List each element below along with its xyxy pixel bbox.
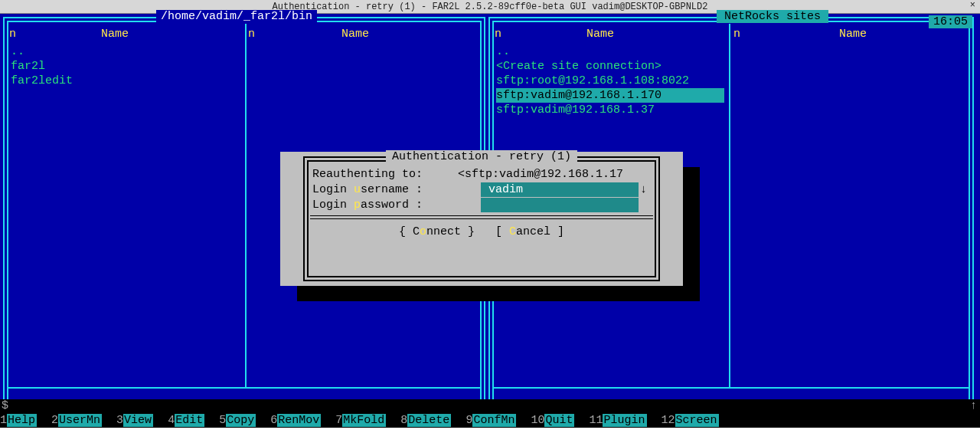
dialog-border: Authentication - retry (1) Reauthenting …: [303, 156, 660, 281]
col-name: Name: [341, 28, 369, 41]
col-n: n: [248, 28, 255, 41]
list-item[interactable]: sftp:vadim@192.168.1.37: [496, 103, 966, 117]
col-name: Name: [839, 28, 867, 41]
f9-confmn[interactable]: 9ConfMn: [466, 414, 516, 428]
f1-help[interactable]: 1Help: [0, 414, 37, 428]
username-label-pre: Login: [312, 183, 354, 196]
function-key-bar: 1Help 2UserMn 3View 4Edit 5Copy 6RenMov …: [0, 414, 980, 428]
left-panel-headers: n Name n Name: [9, 28, 479, 42]
right-panel-title[interactable]: NetRocks sites: [717, 10, 828, 23]
list-item[interactable]: ..: [496, 44, 966, 59]
list-item[interactable]: sftp:root@192.168.1.108:8022: [496, 74, 966, 88]
list-item[interactable]: ..: [11, 44, 478, 59]
password-label-post: assword :: [361, 199, 423, 212]
list-item[interactable]: sftp:vadim@192.168.1.170: [496, 88, 724, 103]
reauth-row: Reauthenting to: <sftp:vadim@192.168.1.1…: [312, 167, 651, 182]
right-file-list[interactable]: .. <Create site connection> sftp:root@19…: [496, 44, 966, 117]
username-input[interactable]: vadim: [481, 182, 639, 197]
f2-usermn[interactable]: 2UserMn: [51, 414, 102, 428]
command-prompt[interactable]: $ ↑: [0, 399, 980, 414]
dialog-separator: [310, 215, 653, 216]
connect-button[interactable]: { Connect }: [399, 225, 475, 238]
window-titlebar: Authentication - retry (1) - FAR2L 2.5.2…: [0, 0, 980, 14]
left-file-list[interactable]: .. far2l far2ledit: [11, 44, 478, 88]
f6-renmov[interactable]: 6RenMov: [270, 414, 321, 428]
col-name: Name: [586, 28, 614, 41]
dialog-buttons: { Connect } [ Cancel ]: [305, 225, 658, 238]
auth-dialog: Authentication - retry (1) Reauthenting …: [280, 152, 683, 286]
f4-edit[interactable]: 4Edit: [168, 414, 204, 428]
col-n: n: [733, 28, 740, 41]
dialog-content: Reauthenting to: <sftp:vadim@192.168.1.1…: [312, 167, 651, 213]
prompt-text: $: [2, 399, 8, 412]
list-item[interactable]: far2l: [11, 59, 478, 74]
password-input[interactable]: [481, 198, 639, 212]
password-row: Login password :: [312, 198, 651, 213]
panel-divider: [8, 387, 481, 389]
reauth-label: Reauthenting to:: [312, 168, 423, 181]
hotkey: p: [354, 199, 361, 212]
f7-mkfold[interactable]: 7MkFold: [335, 414, 386, 428]
scroll-up-icon[interactable]: ↑: [970, 399, 977, 412]
panel-divider: [493, 387, 969, 389]
right-panel-headers: n Name n Name: [495, 28, 968, 42]
f11-plugin[interactable]: 11Plugin: [589, 414, 646, 428]
left-panel-path[interactable]: /home/vadim/_far2l/bin: [156, 10, 317, 23]
clock: 16:05: [929, 15, 972, 28]
username-row: Login username : vadim ↓: [312, 182, 651, 198]
list-item[interactable]: far2ledit: [11, 74, 478, 88]
window-title: Authentication - retry (1) - FAR2L 2.5.2…: [273, 2, 708, 12]
col-name: Name: [101, 28, 129, 41]
col-n: n: [9, 28, 16, 41]
username-label-post: sername :: [361, 183, 423, 196]
f10-quit[interactable]: 10Quit: [531, 414, 574, 428]
f8-delete[interactable]: 8Delete: [400, 414, 451, 428]
cancel-button[interactable]: [ Cancel ]: [495, 225, 564, 238]
hotkey: u: [354, 183, 361, 196]
dialog-title: Authentication - retry (1): [386, 150, 577, 163]
main-area: /home/vadim/_far2l/bin n Name n Name .. …: [0, 14, 980, 428]
col-n: n: [495, 28, 501, 41]
f3-view[interactable]: 3View: [116, 414, 153, 428]
password-label-pre: Login: [312, 199, 354, 212]
close-icon[interactable]: ×: [970, 0, 975, 11]
chevron-down-icon[interactable]: ↓: [640, 182, 647, 198]
list-item[interactable]: <Create site connection>: [496, 59, 966, 74]
username-value: vadim: [488, 183, 523, 196]
f5-copy[interactable]: 5Copy: [219, 414, 256, 428]
f12-screen[interactable]: 12Screen: [662, 414, 719, 428]
reauth-target: <sftp:vadim@192.168.1.17: [458, 167, 623, 182]
